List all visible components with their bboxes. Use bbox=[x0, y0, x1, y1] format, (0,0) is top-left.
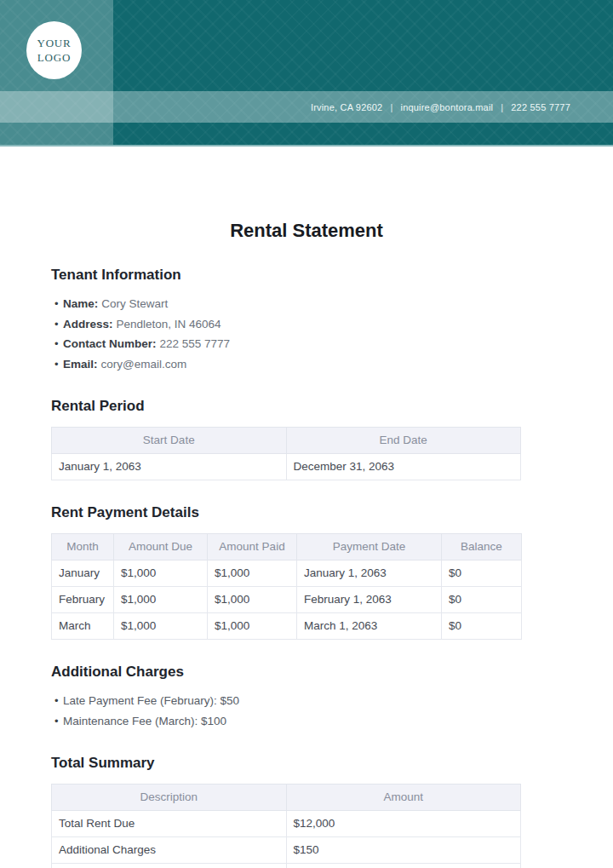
list-item: Late Payment Fee (February): $50 bbox=[51, 691, 572, 711]
column-header-description: Description bbox=[52, 785, 287, 811]
contact-separator: | bbox=[390, 102, 392, 112]
table-header-row: Start Date End Date bbox=[52, 428, 521, 454]
amount-due-cell: $1,000 bbox=[114, 560, 208, 587]
logo-text-line1: YOUR bbox=[37, 36, 71, 50]
amount-paid-cell: $1,000 bbox=[208, 560, 297, 587]
table-row: February $1,000 $1,000 February 1, 2063 … bbox=[52, 587, 522, 613]
contact-location: Irvine, CA 92602 bbox=[311, 102, 383, 112]
tenant-contact-label: Contact Number: bbox=[63, 337, 157, 350]
total-summary-heading: Total Summary bbox=[51, 753, 572, 773]
amount-cell: $12,150 bbox=[286, 864, 521, 868]
rental-period-table: Start Date End Date January 1, 2063 Dece… bbox=[51, 427, 521, 480]
tenant-information-heading: Tenant Information bbox=[51, 265, 572, 285]
list-item: Email:cory@email.com bbox=[51, 354, 572, 375]
column-header-amount: Amount bbox=[286, 785, 521, 811]
balance-cell: $0 bbox=[442, 560, 522, 587]
list-item: Name:Cory Stewart bbox=[51, 294, 572, 314]
amount-due-cell: $1,000 bbox=[114, 613, 208, 640]
additional-charges-heading: Additional Charges bbox=[51, 662, 572, 682]
column-header-month: Month bbox=[52, 534, 114, 560]
tenant-email-label: Email: bbox=[63, 358, 98, 371]
header-contact-info: Irvine, CA 92602 | inquire@bontora.mail … bbox=[0, 91, 613, 123]
list-item: Contact Number:222 555 7777 bbox=[51, 334, 572, 354]
additional-charges-list: Late Payment Fee (February): $50 Mainten… bbox=[51, 691, 572, 731]
page-title: Rental Statement bbox=[0, 218, 613, 244]
logo: YOUR LOGO bbox=[26, 21, 82, 79]
table-row: January 1, 2063 December 31, 2063 bbox=[52, 454, 521, 480]
rental-period-heading: Rental Period bbox=[51, 396, 572, 417]
amount-due-cell: $1,000 bbox=[114, 587, 208, 613]
contact-email: inquire@bontora.mail bbox=[401, 102, 494, 112]
rent-payment-details-table: Month Amount Due Amount Paid Payment Dat… bbox=[51, 533, 522, 640]
table-row: Total Rent Due $12,000 bbox=[52, 811, 521, 837]
end-date-cell: December 31, 2063 bbox=[286, 454, 521, 480]
tenant-address-value: Pendleton, IN 46064 bbox=[117, 318, 221, 331]
tenant-contact-value: 222 555 7777 bbox=[160, 337, 231, 350]
description-cell: Total Rent Due bbox=[52, 811, 287, 837]
column-header-amount-paid: Amount Paid bbox=[208, 534, 297, 560]
table-row: March $1,000 $1,000 March 1, 2063 $0 bbox=[52, 613, 522, 640]
month-cell: January bbox=[52, 560, 114, 587]
tenant-name-label: Name: bbox=[63, 297, 98, 310]
column-header-amount-due: Amount Due bbox=[114, 534, 208, 560]
table-row: Additional Charges $150 bbox=[52, 837, 521, 864]
tenant-email-value: cory@email.com bbox=[101, 358, 187, 371]
start-date-cell: January 1, 2063 bbox=[52, 454, 287, 480]
tenant-address-label: Address: bbox=[63, 318, 113, 331]
header-banner: Irvine, CA 92602 | inquire@bontora.mail … bbox=[0, 0, 613, 147]
amount-cell: $12,000 bbox=[286, 811, 521, 837]
total-summary-table: Description Amount Total Rent Due $12,00… bbox=[51, 784, 521, 868]
month-cell: February bbox=[52, 587, 114, 613]
description-cell: Total Amount Paid bbox=[52, 864, 287, 868]
table-header-row: Description Amount bbox=[52, 785, 521, 811]
column-header-end-date: End Date bbox=[286, 428, 521, 454]
rent-payment-details-heading: Rent Payment Details bbox=[51, 503, 572, 523]
table-row: Total Amount Paid $12,150 bbox=[52, 864, 521, 868]
list-item: Maintenance Fee (March): $100 bbox=[51, 711, 572, 732]
document-body: Tenant Information Name:Cory Stewart Add… bbox=[0, 265, 572, 868]
amount-paid-cell: $1,000 bbox=[208, 613, 297, 640]
logo-text-line2: LOGO bbox=[37, 50, 71, 65]
list-item: Address:Pendleton, IN 46064 bbox=[51, 314, 572, 335]
tenant-information-list: Name:Cory Stewart Address:Pendleton, IN … bbox=[51, 294, 572, 374]
table-header-row: Month Amount Due Amount Paid Payment Dat… bbox=[52, 534, 522, 560]
contact-separator: | bbox=[501, 102, 503, 112]
payment-date-cell: January 1, 2063 bbox=[297, 560, 442, 587]
payment-date-cell: March 1, 2063 bbox=[297, 613, 442, 640]
balance-cell: $0 bbox=[442, 613, 522, 640]
payment-date-cell: February 1, 2063 bbox=[297, 587, 442, 613]
column-header-start-date: Start Date bbox=[52, 428, 287, 454]
amount-cell: $150 bbox=[286, 837, 521, 864]
month-cell: March bbox=[52, 613, 114, 640]
column-header-payment-date: Payment Date bbox=[297, 534, 442, 560]
tenant-name-value: Cory Stewart bbox=[101, 297, 168, 310]
balance-cell: $0 bbox=[442, 587, 522, 613]
column-header-balance: Balance bbox=[442, 534, 522, 560]
description-cell: Additional Charges bbox=[52, 837, 287, 864]
amount-paid-cell: $1,000 bbox=[208, 587, 297, 613]
table-row: January $1,000 $1,000 January 1, 2063 $0 bbox=[52, 560, 522, 587]
contact-phone: 222 555 7777 bbox=[511, 102, 570, 112]
